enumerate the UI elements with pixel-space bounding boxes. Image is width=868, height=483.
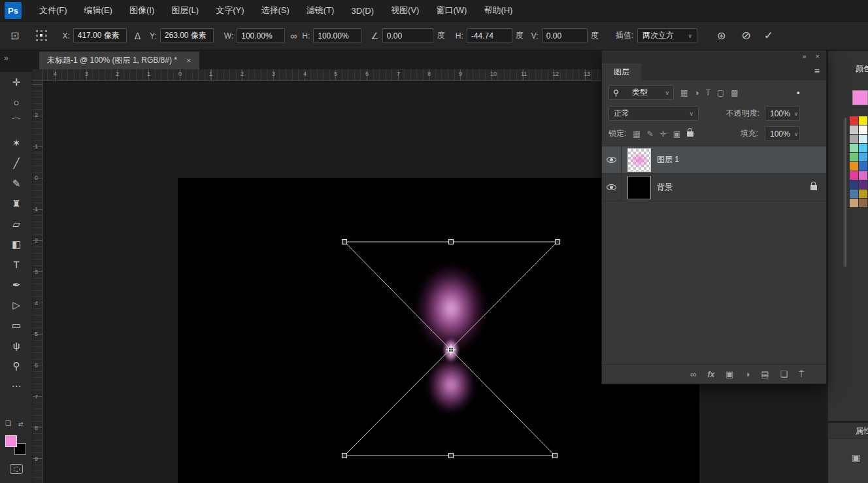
menu-layer[interactable]: 图层(L) [163,0,207,21]
color-swatch[interactable] [850,125,858,134]
filter-pixel-layers-icon[interactable]: ▦ [680,88,688,97]
tab-color-panel[interactable]: 颜色 [828,61,868,76]
visibility-cell[interactable] [602,146,622,173]
menu-filter[interactable]: 滤镜(T) [298,0,343,21]
filter-shape-layers-icon[interactable]: ▢ [717,88,724,97]
color-swatch[interactable] [859,144,867,152]
tab-properties-panel[interactable]: 属性 [828,421,868,437]
menu-select[interactable]: 选择(S) [252,0,297,21]
eyedropper-tool[interactable]: ╱ [0,153,33,173]
document-tab-close-icon[interactable]: × [186,56,192,65]
lock-position-icon[interactable]: ✛ [660,129,667,139]
link-dimensions-icon[interactable]: ∞ [290,31,297,41]
menu-help[interactable]: 帮助(H) [475,0,521,21]
relative-position-toggle[interactable]: Δ [135,31,141,41]
quick-selection-tool[interactable]: ✶ [0,133,33,153]
hand-tool[interactable]: ψ [0,335,33,356]
eye-icon[interactable] [607,157,616,163]
height-input[interactable]: 100.00% [313,28,361,43]
h-skew-input[interactable]: -44.74 [467,28,512,43]
transform-handle[interactable] [449,240,454,244]
layer-name[interactable]: 图层 1 [657,154,679,165]
transform-handle[interactable] [342,240,347,244]
color-panel-foreground-swatch[interactable] [852,90,868,105]
color-swatch[interactable] [859,125,867,134]
lock-artboard-icon[interactable]: ▣ [673,129,680,139]
panel-close-icon[interactable]: × [816,52,820,60]
color-swatch[interactable] [859,171,867,180]
panel-collapse-icon[interactable]: » [802,52,806,60]
menu-view[interactable]: 视图(V) [382,0,427,21]
visibility-cell[interactable] [602,174,622,201]
lock-transparency-icon[interactable]: ▦ [633,129,640,139]
paint-bucket-tool[interactable]: ◧ [0,234,33,254]
transform-handle[interactable] [553,454,558,458]
rotate-input[interactable]: 0.00 [382,28,433,43]
eraser-tool[interactable]: ▱ [0,214,33,234]
cancel-transform-button[interactable]: ⊘ [741,29,750,42]
swap-colors-icon[interactable]: ⇄ [18,421,24,427]
path-selection-tool[interactable]: ▷ [0,295,33,315]
menu-3d[interactable]: 3D(D) [342,0,382,21]
color-swatch[interactable] [859,180,867,189]
marquee-tool[interactable]: ○ [0,92,33,112]
shape-tool[interactable]: ▭ [0,315,33,335]
layer-name[interactable]: 背景 [657,182,673,193]
color-swatch[interactable] [850,144,858,152]
color-swatch[interactable] [859,116,867,125]
delete-layer-icon[interactable]: ⍑ [799,369,804,380]
menu-edit[interactable]: 编辑(E) [76,0,121,21]
add-layer-mask-icon[interactable]: ▣ [726,369,733,379]
filter-smart-objects-icon[interactable]: ▩ [731,88,738,97]
link-layers-icon[interactable]: ∞ [690,369,696,379]
color-swatch[interactable] [850,162,858,171]
color-swatch[interactable] [859,199,867,207]
transform-handle[interactable] [556,240,560,244]
move-tool[interactable]: ✛ [0,72,33,92]
y-input[interactable]: 263.00 像素 [160,28,214,43]
lasso-tool[interactable]: ⌒ [0,112,33,133]
lock-all-icon[interactable] [687,131,693,137]
fill-input[interactable]: 100% ∨ [765,126,800,141]
interpolation-select[interactable]: 两次立方 ∨ [637,28,697,43]
clone-stamp-tool[interactable]: ♜ [0,193,33,214]
layer-row[interactable]: 背景 [602,174,826,201]
color-swatch[interactable] [850,199,858,207]
color-swatch[interactable] [859,135,867,143]
brush-tool[interactable]: ✎ [0,173,33,193]
menu-window[interactable]: 窗口(W) [427,0,475,21]
transform-handle[interactable] [342,454,347,458]
transform-handle[interactable] [449,454,454,458]
new-layer-icon[interactable]: ❏ [780,369,788,379]
layer-filter-select[interactable]: ⚲ 类型 ∨ [609,85,674,100]
app-logo[interactable]: Ps [5,2,22,19]
color-swatch[interactable] [859,162,867,171]
color-swatch[interactable] [850,116,858,125]
opacity-input[interactable]: 100% ∨ [765,106,800,121]
layer-style-icon[interactable]: fx [707,370,714,379]
quick-mask-icon[interactable] [10,464,23,474]
lock-paint-icon[interactable]: ✎ [647,129,654,139]
swatches-scrollbar[interactable] [844,118,846,267]
menu-file[interactable]: 文件(F) [31,0,76,21]
color-swatch[interactable] [850,171,858,180]
menu-type[interactable]: 文字(Y) [207,0,252,21]
color-swatch[interactable] [850,190,858,198]
filter-adjustment-layers-icon[interactable]: ◑ [694,88,699,97]
foreground-color-swatch[interactable] [5,435,17,447]
filter-type-layers-icon[interactable]: T [706,88,710,97]
commit-transform-button[interactable]: ✓ [764,29,773,42]
pen-tool[interactable]: ✒ [0,275,33,295]
more-tools-button[interactable]: ⋯ [0,376,33,396]
new-adjustment-layer-icon[interactable]: ◑ [744,369,750,379]
x-input[interactable]: 417.00 像素 [73,28,127,43]
tab-layers[interactable]: 图层 [602,63,641,80]
layer-row[interactable]: 图层 1 [602,146,826,174]
width-input[interactable]: 100.00% [237,28,285,43]
new-group-icon[interactable]: ▤ [761,369,769,379]
layer-thumbnail[interactable] [627,148,651,172]
blend-mode-select[interactable]: 正常 ∨ [609,106,699,121]
type-tool[interactable]: T [0,254,33,275]
eye-icon[interactable] [607,184,616,190]
zoom-tool[interactable]: ⚲ [0,356,33,376]
